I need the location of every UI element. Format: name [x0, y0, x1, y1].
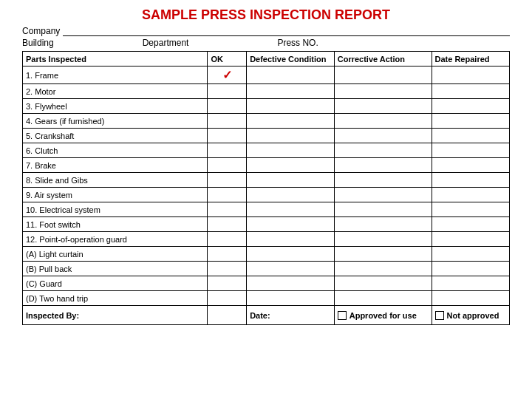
defective-cell[interactable] — [247, 129, 335, 143]
date-cell[interactable] — [432, 129, 509, 143]
ok-cell[interactable] — [208, 99, 247, 114]
corrective-cell[interactable] — [334, 158, 432, 173]
corrective-cell[interactable] — [334, 291, 432, 306]
defective-cell[interactable] — [247, 114, 335, 129]
date-cell[interactable] — [432, 84, 509, 99]
building-line: Building Department Press NO. — [22, 38, 510, 48]
ok-cell[interactable] — [208, 202, 247, 217]
corrective-cell[interactable] — [334, 114, 432, 129]
corrective-cell[interactable] — [334, 217, 432, 232]
defective-cell[interactable] — [247, 217, 335, 232]
defective-cell[interactable] — [247, 66, 335, 84]
corrective-cell[interactable] — [334, 202, 432, 217]
header-corrective: Corrective Action — [334, 52, 432, 66]
report-title: SAMPLE PRESS INSPECTION REPORT — [22, 7, 510, 23]
inspection-table: Parts Inspected OK Defective Condition C… — [22, 51, 510, 325]
part-name: 6. Clutch — [23, 143, 208, 158]
defective-cell[interactable] — [247, 276, 335, 291]
ok-cell[interactable] — [208, 276, 247, 291]
defective-cell[interactable] — [247, 188, 335, 202]
header-ok: OK — [208, 52, 247, 66]
part-name: 5. Crankshaft — [23, 129, 208, 143]
corrective-cell[interactable] — [334, 173, 432, 188]
ok-cell[interactable] — [208, 114, 247, 129]
table-row: (B) Pull back — [23, 262, 510, 276]
date-cell[interactable] — [432, 158, 509, 173]
table-row: 3. Flywheel — [23, 99, 510, 114]
ok-cell[interactable] — [208, 291, 247, 306]
company-field — [63, 26, 510, 36]
part-name: 4. Gears (if furnished) — [23, 114, 208, 129]
ok-cell[interactable] — [208, 84, 247, 99]
header-defective: Defective Condition — [247, 52, 335, 66]
date-cell[interactable] — [432, 173, 509, 188]
part-name: 10. Electrical system — [23, 202, 208, 217]
corrective-cell[interactable] — [334, 66, 432, 84]
table-row: 12. Point-of-operation guard — [23, 232, 510, 247]
defective-cell[interactable] — [247, 158, 335, 173]
date-cell[interactable] — [432, 114, 509, 129]
date-cell[interactable] — [432, 247, 509, 262]
table-row: 1. Frame✓ — [23, 66, 510, 84]
approved-checkbox[interactable] — [338, 311, 347, 320]
defective-cell[interactable] — [247, 262, 335, 276]
date-cell[interactable] — [432, 66, 509, 84]
date-cell[interactable] — [432, 99, 509, 114]
defective-cell[interactable] — [247, 232, 335, 247]
corrective-cell[interactable] — [334, 276, 432, 291]
corrective-cell[interactable] — [334, 84, 432, 99]
not-approved-cell: Not approved — [432, 306, 509, 325]
press-no-field — [318, 38, 355, 48]
defective-cell[interactable] — [247, 173, 335, 188]
corrective-cell[interactable] — [334, 99, 432, 114]
part-name: 12. Point-of-operation guard — [23, 232, 208, 247]
date-cell[interactable] — [432, 217, 509, 232]
not-approved-checkbox[interactable] — [435, 311, 444, 320]
corrective-cell[interactable] — [334, 262, 432, 276]
ok-cell[interactable] — [208, 158, 247, 173]
ok-cell[interactable] — [208, 262, 247, 276]
building-label: Building — [22, 38, 54, 48]
ok-cell[interactable] — [208, 247, 247, 262]
approved-label: Approved for use — [349, 311, 417, 320]
defective-cell[interactable] — [247, 99, 335, 114]
table-row: 7. Brake — [23, 158, 510, 173]
corrective-cell[interactable] — [334, 247, 432, 262]
table-row: (C) Guard — [23, 276, 510, 291]
corrective-cell[interactable] — [334, 129, 432, 143]
inspected-by-label: Inspected By: — [23, 306, 208, 325]
ok-cell[interactable] — [208, 188, 247, 202]
defective-cell[interactable] — [247, 291, 335, 306]
table-row: 9. Air system — [23, 188, 510, 202]
part-name: (B) Pull back — [23, 262, 208, 276]
defective-cell[interactable] — [247, 247, 335, 262]
department-field — [188, 38, 270, 48]
defective-cell[interactable] — [247, 202, 335, 217]
defective-cell[interactable] — [247, 84, 335, 99]
corrective-cell[interactable] — [334, 188, 432, 202]
date-cell[interactable] — [432, 291, 509, 306]
ok-cell[interactable] — [208, 173, 247, 188]
table-row: 5. Crankshaft — [23, 129, 510, 143]
department-label: Department — [143, 38, 189, 48]
date-cell[interactable] — [432, 143, 509, 158]
date-cell[interactable] — [432, 188, 509, 202]
ok-cell[interactable] — [208, 143, 247, 158]
table-row: 4. Gears (if furnished) — [23, 114, 510, 129]
date-cell[interactable] — [432, 202, 509, 217]
ok-cell[interactable] — [208, 129, 247, 143]
press-no-label: Press NO. — [277, 38, 318, 48]
date-cell[interactable] — [432, 276, 509, 291]
ok-cell[interactable] — [208, 232, 247, 247]
header-parts: Parts Inspected — [23, 52, 208, 66]
header-date: Date Repaired — [432, 52, 509, 66]
part-name: (C) Guard — [23, 276, 208, 291]
date-cell[interactable] — [432, 232, 509, 247]
corrective-cell[interactable] — [334, 232, 432, 247]
defective-cell[interactable] — [247, 143, 335, 158]
date-cell[interactable] — [432, 262, 509, 276]
ok-cell[interactable] — [208, 217, 247, 232]
corrective-cell[interactable] — [334, 143, 432, 158]
table-row: 10. Electrical system — [23, 202, 510, 217]
ok-cell[interactable]: ✓ — [208, 66, 247, 84]
